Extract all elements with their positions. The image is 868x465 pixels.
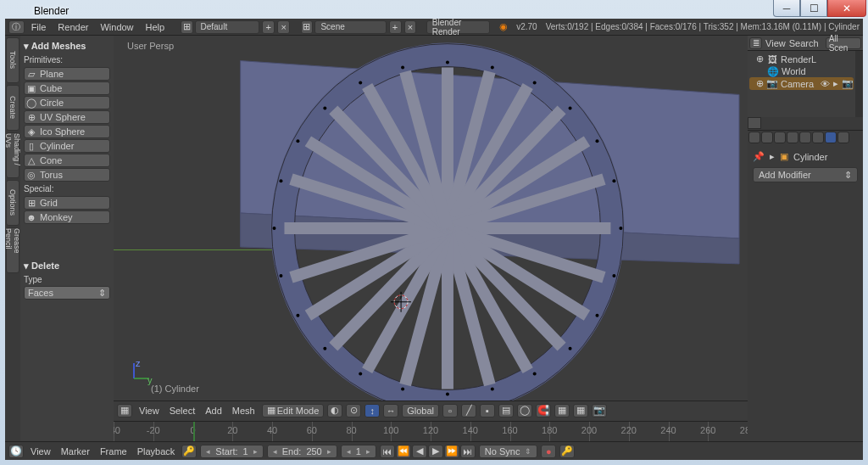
tab-grease-pencil[interactable]: Grease Pencil xyxy=(6,227,19,273)
scene-add-button[interactable]: + xyxy=(389,20,402,34)
outliner-view[interactable]: View xyxy=(765,38,786,48)
menu-help[interactable]: Help xyxy=(141,20,170,34)
expand-icon[interactable]: ⊕ xyxy=(756,53,764,64)
timeline-editor-icon[interactable]: 🕓 xyxy=(8,445,24,458)
render-preview-icon[interactable]: 📷 xyxy=(592,404,607,417)
pivot-icon[interactable]: ⊙ xyxy=(346,404,361,417)
record-button[interactable]: ● xyxy=(541,445,556,458)
tl-autokey-icon[interactable]: 🔑 xyxy=(181,445,197,458)
window-close-button[interactable]: ✕ xyxy=(827,0,866,17)
mode-dropdown[interactable]: ▦Edit Mode xyxy=(262,404,325,417)
add-cone-button[interactable]: △Cone xyxy=(24,154,110,167)
snap-icon[interactable]: 🧲 xyxy=(536,404,551,417)
window-maximize-button[interactable]: ☐ xyxy=(800,0,827,17)
restrict-render-icon[interactable]: 📷 xyxy=(842,78,854,89)
viewheader-select[interactable]: Select xyxy=(166,406,199,416)
tl-playback[interactable]: Playback xyxy=(134,446,179,457)
play-button[interactable]: ▶ xyxy=(428,445,443,458)
face-select-icon[interactable]: ▪ xyxy=(480,404,495,417)
add-cube-button[interactable]: ▣Cube xyxy=(24,81,110,95)
restrict-view-icon[interactable]: 👁 xyxy=(821,79,830,89)
outliner-row-renderlayers[interactable]: ⊕🖼RenderL xyxy=(749,53,854,65)
add-monkey-button[interactable]: ☻Monkey xyxy=(24,210,110,224)
vertex-select-icon[interactable]: ▫ xyxy=(442,404,458,417)
edge-select-icon[interactable]: ╱ xyxy=(461,404,476,417)
restrict-select-icon[interactable]: ▸ xyxy=(833,78,838,89)
keyframe-prev-button[interactable]: ⏪ xyxy=(396,445,411,458)
viewheader-view[interactable]: View xyxy=(136,406,163,416)
3d-viewport[interactable]: User Persp (1) Cylinder z y ▦ View Selec… xyxy=(114,36,748,441)
outliner-editor-icon[interactable]: ≣ xyxy=(749,37,762,49)
timeline-ruler[interactable]: -40-200204060801001201401601802002202402… xyxy=(114,421,748,441)
outliner-filter-dropdown[interactable]: All Scen xyxy=(826,37,861,49)
end-frame-input[interactable]: ◂End:250▸ xyxy=(267,445,337,458)
layout-dropdown[interactable]: Default xyxy=(195,20,260,34)
orientation-dropdown[interactable]: Global xyxy=(402,404,439,417)
scene-dropdown[interactable]: Scene xyxy=(314,20,386,34)
manip-move-icon[interactable]: ↔ xyxy=(383,404,398,417)
tab-shading-uvs[interactable]: Shading / UVs xyxy=(6,132,19,178)
editor-type-icon[interactable]: ⓘ xyxy=(8,20,25,34)
keyframe-next-button[interactable]: ⏩ xyxy=(444,445,459,458)
props-data-icon[interactable] xyxy=(837,132,849,143)
viewheader-mesh[interactable]: Mesh xyxy=(229,406,259,416)
scene-remove-button[interactable]: × xyxy=(404,20,417,34)
props-render-icon[interactable] xyxy=(761,132,773,143)
timeline-cursor[interactable] xyxy=(193,422,195,441)
renderer-dropdown[interactable]: Blender Render xyxy=(426,20,490,34)
layers-1-icon[interactable]: ▦ xyxy=(554,404,570,417)
delete-header[interactable]: Delete xyxy=(24,259,110,273)
sync-dropdown[interactable]: No Sync⇕ xyxy=(479,445,538,458)
tab-create[interactable]: Create xyxy=(6,85,19,131)
window-minimize-button[interactable]: ─ xyxy=(773,0,800,17)
keying-set-icon[interactable]: 🔑 xyxy=(559,445,575,458)
add-cylinder-button[interactable]: ▯Cylinder xyxy=(24,139,110,153)
props-editor-icon[interactable] xyxy=(748,132,760,143)
outliner-scrollbar[interactable] xyxy=(855,51,863,117)
add-plane-button[interactable]: ▱Plane xyxy=(24,67,110,81)
tl-marker[interactable]: Marker xyxy=(58,446,93,457)
outliner-corner-grip[interactable] xyxy=(748,117,761,129)
tl-frame[interactable]: Frame xyxy=(97,446,131,457)
start-frame-input[interactable]: ◂Start:1▸ xyxy=(200,445,263,458)
tab-tools[interactable]: Tools xyxy=(6,37,19,83)
props-world-icon[interactable] xyxy=(787,132,798,143)
props-object-icon[interactable] xyxy=(799,132,811,143)
editor-type-icon[interactable]: ▦ xyxy=(117,404,132,417)
outliner-search[interactable]: Search xyxy=(789,38,819,48)
outliner-row-camera[interactable]: ⊕📷Camera 👁▸📷 xyxy=(749,77,854,90)
add-ico-sphere-button[interactable]: ◈Ico Sphere xyxy=(24,125,110,138)
add-grid-button[interactable]: ⊞Grid xyxy=(24,196,110,210)
tl-view[interactable]: View xyxy=(27,446,54,457)
proportional-icon[interactable]: ◯ xyxy=(517,404,532,417)
add-uv-sphere-button[interactable]: ⊕UV Sphere xyxy=(24,110,110,124)
manipulator-icon[interactable]: ↕ xyxy=(364,404,380,417)
layers-2-icon[interactable]: ▦ xyxy=(573,404,588,417)
limit-select-icon[interactable]: ▤ xyxy=(498,404,514,417)
viewheader-add[interactable]: Add xyxy=(202,406,225,416)
props-scene-icon[interactable] xyxy=(774,132,786,143)
add-meshes-header[interactable]: Add Meshes xyxy=(24,39,110,53)
jump-end-button[interactable]: ⏭ xyxy=(460,445,476,458)
outliner-row-world[interactable]: 🌐World xyxy=(749,65,854,77)
layout-add-button[interactable]: + xyxy=(262,20,275,34)
add-modifier-dropdown[interactable]: Add Modifier ⇕ xyxy=(753,167,858,182)
expand-icon[interactable]: ⊕ xyxy=(756,78,764,89)
play-reverse-button[interactable]: ◀ xyxy=(412,445,427,458)
jump-start-button[interactable]: ⏮ xyxy=(380,445,395,458)
layout-remove-button[interactable]: × xyxy=(277,20,290,34)
outliner[interactable]: ⊕🖼RenderL 🌐World ⊕📷Camera 👁▸📷 xyxy=(748,51,863,117)
delete-type-dropdown[interactable]: Faces⇕ xyxy=(24,286,110,300)
scene-browse-icon[interactable]: ⊞ xyxy=(301,20,314,34)
layout-browse-icon[interactable]: ⊞ xyxy=(181,20,193,34)
props-modifiers-icon[interactable] xyxy=(825,132,837,143)
current-frame-input[interactable]: ◂1▸ xyxy=(341,445,376,458)
menu-render[interactable]: Render xyxy=(53,20,93,34)
shading-icon[interactable]: ◐ xyxy=(327,404,342,417)
tab-options[interactable]: Options xyxy=(6,180,19,226)
pin-icon[interactable]: 📌 xyxy=(753,151,765,162)
add-circle-button[interactable]: ◯Circle xyxy=(24,96,110,109)
menu-window[interactable]: Window xyxy=(95,20,138,34)
add-torus-button[interactable]: ◎Torus xyxy=(24,168,110,182)
props-constraints-icon[interactable] xyxy=(812,132,824,143)
